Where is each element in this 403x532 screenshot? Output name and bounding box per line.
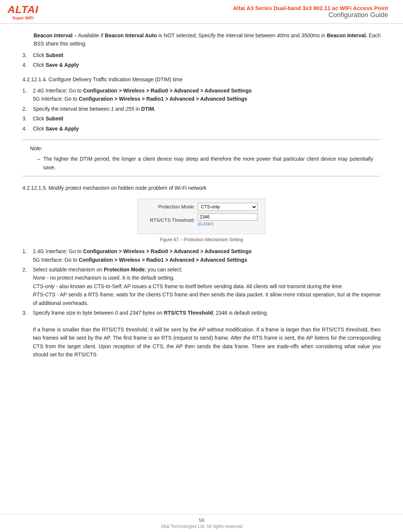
protect-config1: Configuration bbox=[83, 248, 118, 254]
figure-rts-row: RTS/CTS Threshold: (0-2347) bbox=[146, 213, 257, 228]
protect-s2-bold: Protection Mode bbox=[104, 267, 145, 273]
header-subtitle: Configuration Guide bbox=[50, 11, 388, 19]
figure-67-box: Protection Mode: CTS-only None RTS-CTS R… bbox=[138, 199, 265, 234]
protect-step1: 1. 2.4G Interface: Go to Configuration >… bbox=[22, 247, 381, 264]
note-text: The higher the DTIM period, the longer a… bbox=[43, 155, 373, 171]
beacon-text1: is NOT selected; Specify the interval ti… bbox=[157, 32, 277, 38]
protect-none-text: - no protect mechanism is used. It is th… bbox=[45, 275, 174, 281]
protect-path2: > Wireless > Radio1 > Advanced > Advance… bbox=[113, 257, 247, 263]
dtim-255: 255 bbox=[125, 106, 134, 112]
protect-rtscts-label: RTS-CTS bbox=[33, 292, 55, 298]
protect-s2-text: ; you can select: bbox=[145, 267, 182, 273]
section-42125-title: 4.2.12.1.5. Modify protect mechanism on … bbox=[22, 184, 381, 192]
protect-s2-intro: Select suitable mechanism on bbox=[33, 267, 104, 273]
logo-main: ALTAI bbox=[7, 4, 38, 16]
protect-s3-bold: RTS/CTS Threshold bbox=[164, 310, 213, 316]
section-42125-header: 4.2.12.1.5. Modify protect mechanism on … bbox=[22, 184, 381, 192]
note-dash: – The higher the DTIM period, the longer… bbox=[37, 155, 373, 171]
dtim-config1: Configuration bbox=[83, 88, 118, 94]
dtim-5g-prefix: 5G Interface: Go to bbox=[33, 96, 79, 102]
main-content: Beacon Interval – Available if Beacon In… bbox=[0, 24, 403, 390]
dtim-2g-prefix: 2.4G Interface: Go to bbox=[33, 88, 83, 94]
dtim-bold: DTIM. bbox=[141, 106, 155, 112]
figure-protection-row: Protection Mode: CTS-only None RTS-CTS bbox=[146, 203, 257, 211]
figure-67-container: Protection Mode: CTS-only None RTS-CTS R… bbox=[22, 199, 381, 243]
protect-2g-prefix: 2.4G Interface: Go to bbox=[33, 248, 83, 254]
protect-config2: Configuration bbox=[79, 257, 113, 263]
protect-s3-text: ; 2346 is default setting. bbox=[213, 310, 268, 316]
beacon-interval-auto: Beacon Interval Auto bbox=[105, 32, 157, 38]
note-box: Note: – The higher the DTIM period, the … bbox=[22, 139, 381, 176]
step4-text: Click bbox=[33, 62, 46, 68]
protect-rtscts-text: - AP sends a RTS frame, waits for the cl… bbox=[33, 292, 381, 306]
protect-s3-and: and bbox=[118, 310, 129, 316]
beacon-interval-para: Beacon Interval – Available if Beacon In… bbox=[34, 31, 381, 48]
dtim-in: in bbox=[134, 106, 141, 112]
beacon-end: ms in bbox=[313, 32, 327, 38]
beacon-step4: 4. Click Save & Apply bbox=[22, 61, 381, 69]
figure-rts-label: RTS/CTS Threshold: bbox=[146, 217, 198, 224]
beacon-interval-bold2: Beacon Interval. bbox=[327, 32, 367, 38]
dtim-path1: > Wireless > Radio0 > Advanced > Advance… bbox=[117, 88, 252, 94]
dtim-step4: 4. Click Save & Apply bbox=[22, 125, 381, 133]
protect-none-label: None bbox=[33, 275, 45, 281]
beacon-3500: 3500 bbox=[301, 32, 313, 38]
footer-copyright: Altai Technologies Ltd. All rights reser… bbox=[0, 524, 403, 529]
dtim-1: 1 bbox=[111, 106, 114, 112]
rts-threshold-input[interactable] bbox=[198, 213, 257, 221]
logo-sub: Super WiFi bbox=[12, 16, 34, 20]
protect-s3-mid: bytes on bbox=[141, 310, 164, 316]
dtim-path2: > Wireless > Radio1 > Advanced > Advance… bbox=[113, 96, 247, 102]
figure-caption: Figure 67 – Protection Mechanism Setting bbox=[22, 236, 381, 243]
note-label: Note: bbox=[30, 144, 373, 152]
figure-protection-control[interactable]: CTS-only None RTS-CTS bbox=[198, 203, 257, 211]
protect-cts-text: - also known as CTS-to-Self; AP issues a… bbox=[54, 283, 343, 289]
beacon-step3: 3. Click Submit bbox=[22, 51, 381, 59]
header-right: Altai A3 Series Dual-band 3x3 802.11 ac … bbox=[50, 5, 388, 19]
figure-rts-control[interactable]: (0-2347) bbox=[198, 213, 257, 228]
page-header: ALTAI Super WiFi Altai A3 Series Dual-ba… bbox=[0, 0, 403, 24]
protect-step3: 3. Specify frame size in byte between 0 … bbox=[22, 309, 381, 359]
protect-s3-intro: Specify frame size in byte between bbox=[33, 310, 115, 316]
dtim-save: Save & Apply bbox=[46, 126, 79, 132]
beacon-40: 40 bbox=[277, 32, 283, 38]
figure-protection-label: Protection Mode: bbox=[146, 203, 198, 211]
step3-bold: Submit bbox=[46, 52, 63, 58]
protect-5g-prefix: 5G Interface: Go to bbox=[33, 257, 79, 263]
protect-s3-body: If a frame is smaller than the RTS/CTS t… bbox=[33, 327, 381, 358]
protect-cts-label: CTS-only bbox=[33, 283, 54, 289]
page-number: 58 bbox=[0, 517, 403, 523]
protect-s3-2347: 2347 bbox=[129, 310, 141, 316]
page-footer: 58 Altai Technologies Ltd. All rights re… bbox=[0, 514, 403, 532]
protection-mode-select[interactable]: CTS-only None RTS-CTS bbox=[198, 203, 257, 211]
header-title: Altai A3 Series Dual-band 3x3 802.11 ac … bbox=[50, 5, 388, 11]
rts-hint: (0-2347) bbox=[198, 221, 257, 228]
beacon-interval-label: Beacon Interval bbox=[34, 32, 72, 38]
dtim-and: and bbox=[114, 106, 125, 112]
beacon-mid: ms and bbox=[282, 32, 301, 38]
dtim-step2: 2. Specify the interval time between 1 a… bbox=[22, 105, 381, 113]
protect-path1: > Wireless > Radio0 > Advanced > Advance… bbox=[117, 248, 252, 254]
section-4212-title: 4.2.12.1.4. Configure Delivery Traffic I… bbox=[22, 75, 381, 84]
dtim-submit: Submit bbox=[46, 116, 63, 122]
logo-area: ALTAI Super WiFi bbox=[7, 4, 38, 20]
dtim-step3: 3. Click Submit bbox=[22, 114, 381, 123]
dtim-config2: Configuration bbox=[79, 96, 113, 102]
dtim-step1: 1. 2.4G Interface: Go to Configuration >… bbox=[22, 86, 381, 103]
step4-bold: Save & Apply bbox=[46, 62, 79, 68]
protect-s3-0: 0 bbox=[115, 310, 118, 316]
beacon-dash: – Available if bbox=[72, 32, 104, 38]
step3-text: Click bbox=[33, 52, 46, 58]
section-4212: 4.2.12.1.4. Configure Delivery Traffic I… bbox=[22, 75, 381, 84]
protect-step2: 2. Select suitable mechanism on Protecti… bbox=[22, 265, 381, 307]
dtim-s2-text: Specify the interval time between bbox=[33, 106, 111, 112]
